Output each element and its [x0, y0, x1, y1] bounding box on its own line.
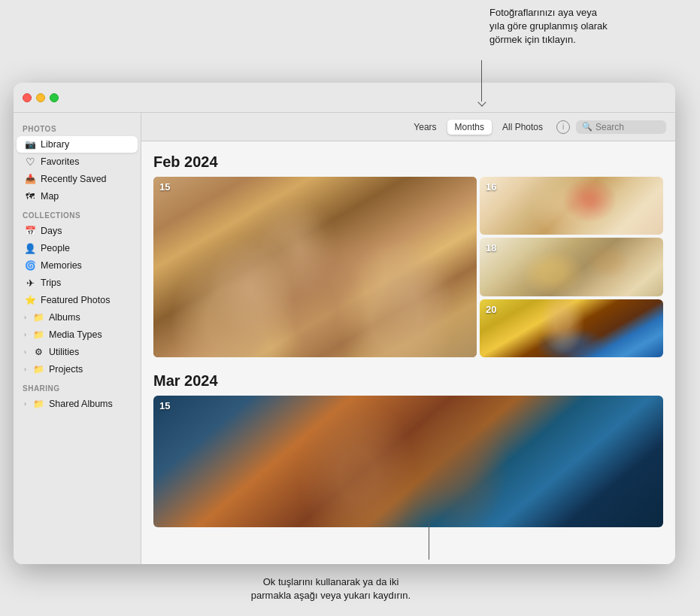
shared-albums-chevron-icon: › [24, 400, 26, 408]
sidebar-label-favorites: Favorites [41, 156, 79, 167]
media-types-icon: 📁 [32, 329, 44, 341]
search-input[interactable] [595, 122, 659, 132]
person-image [480, 299, 663, 357]
years-button[interactable]: Years [406, 120, 444, 135]
info-icon: i [562, 123, 564, 131]
close-button[interactable] [23, 93, 32, 102]
months-button[interactable]: Months [447, 120, 492, 135]
callout-bottom-arrow [429, 522, 429, 560]
maximize-button[interactable] [50, 93, 59, 102]
sidebar-label-days: Days [41, 226, 62, 236]
sidebar-label-utilities: Utilities [49, 347, 79, 357]
callout-top-text: Fotoğraflarınızı aya veya yıla göre grup… [489, 6, 655, 47]
curly-hair-image [153, 396, 663, 527]
feb-main-num: 15 [159, 181, 170, 193]
shared-albums-icon: 📁 [32, 398, 44, 410]
sidebar-label-media-types: Media Types [49, 329, 102, 340]
window-body: Photos 📷 Library ♡ Favorites 📥 Recently … [14, 113, 675, 564]
sidebar-item-trips[interactable]: ✈ Trips [17, 275, 138, 291]
sidebar-label-albums: Albums [49, 312, 80, 323]
library-icon: 📷 [24, 138, 36, 150]
feb-side-photos: 16 18 [480, 177, 663, 357]
sidebar-label-projects: Projects [49, 364, 83, 375]
minimize-button[interactable] [36, 93, 45, 102]
month-section-feb2024: Feb 2024 15 [153, 153, 663, 357]
map-icon: 🗺 [24, 190, 36, 202]
sidebar-section-photos: Photos [14, 119, 141, 135]
sidebar-item-memories[interactable]: 🌀 Memories [17, 257, 138, 274]
sidebar-label-map: Map [41, 191, 59, 202]
sidebar-label-trips: Trips [41, 278, 61, 288]
sidebar-item-shared-albums[interactable]: › 📁 Shared Albums [17, 396, 138, 412]
sidebar-item-albums[interactable]: › 📁 Albums [17, 309, 138, 326]
app-window: Photos 📷 Library ♡ Favorites 📥 Recently … [14, 83, 675, 564]
sidebar-label-recently-saved: Recently Saved [41, 174, 107, 184]
utilities-icon: ⚙ [32, 346, 44, 358]
featured-photos-icon: ⭐ [24, 294, 36, 306]
group-selfie-image [153, 177, 477, 357]
search-icon: 🔍 [582, 122, 592, 132]
feb-side-num-2: 18 [486, 242, 496, 253]
utilities-chevron-icon: › [24, 348, 26, 356]
titlebar [14, 83, 675, 113]
sidebar-item-library[interactable]: 📷 Library [17, 136, 138, 153]
favorites-icon: ♡ [24, 156, 36, 168]
days-icon: 📅 [24, 225, 36, 237]
sidebar-label-shared-albums: Shared Albums [49, 399, 113, 409]
people-icon: 👤 [24, 242, 36, 254]
mar-grid: 15 [153, 396, 663, 527]
albums-icon: 📁 [32, 311, 44, 323]
sidebar-section-collections: Collections [14, 205, 141, 222]
sidebar-item-map[interactable]: 🗺 Map [17, 188, 138, 205]
trips-icon: ✈ [24, 277, 36, 289]
sidebar-item-days[interactable]: 📅 Days [17, 223, 138, 239]
photo-area[interactable]: Feb 2024 15 [141, 141, 675, 564]
feb-side-num-3: 20 [486, 304, 496, 315]
albums-chevron-icon: › [24, 314, 26, 321]
toolbar: Years Months All Photos i 🔍 [141, 113, 675, 141]
feb-side-photo-1[interactable]: 16 [480, 177, 663, 235]
food-image [480, 238, 663, 296]
feb-grid: 15 16 [153, 177, 663, 357]
traffic-lights [23, 93, 59, 102]
memories-icon: 🌀 [24, 259, 36, 272]
mar-main-photo[interactable]: 15 [153, 396, 663, 527]
sidebar-item-utilities[interactable]: › ⚙ Utilities [17, 344, 138, 360]
callout-top-arrow [481, 60, 482, 102]
month-label-feb2024: Feb 2024 [153, 153, 663, 171]
sidebar: Photos 📷 Library ♡ Favorites 📥 Recently … [14, 113, 141, 564]
all-photos-button[interactable]: All Photos [495, 120, 550, 135]
feb-side-num-1: 16 [486, 181, 496, 193]
cake-image [480, 177, 663, 235]
sidebar-item-projects[interactable]: › 📁 Projects [17, 361, 138, 378]
sidebar-label-featured-photos: Featured Photos [41, 295, 110, 305]
mar-main-num: 15 [159, 400, 170, 411]
media-types-chevron-icon: › [24, 331, 26, 338]
projects-icon: 📁 [32, 363, 44, 375]
callout-bottom-text: Ok tuşlarını kullanarak ya da iki parmak… [226, 575, 436, 602]
sidebar-item-favorites[interactable]: ♡ Favorites [17, 153, 138, 170]
feb-main-photo[interactable]: 15 [153, 177, 477, 357]
info-button[interactable]: i [556, 120, 570, 134]
recently-saved-icon: 📥 [24, 173, 36, 185]
sidebar-label-people: People [41, 243, 70, 253]
month-section-mar2024: Mar 2024 15 [153, 372, 663, 527]
sidebar-item-featured-photos[interactable]: ⭐ Featured Photos [17, 292, 138, 308]
projects-chevron-icon: › [24, 366, 26, 373]
sidebar-label-memories: Memories [41, 260, 82, 271]
sidebar-section-sharing: Sharing [14, 378, 141, 395]
main-content: Years Months All Photos i 🔍 Feb 2024 [141, 113, 675, 564]
feb-side-photo-2[interactable]: 18 [480, 238, 663, 296]
sidebar-item-media-types[interactable]: › 📁 Media Types [17, 326, 138, 343]
sidebar-item-people[interactable]: 👤 People [17, 240, 138, 256]
month-label-mar2024: Mar 2024 [153, 372, 663, 390]
search-box[interactable]: 🔍 [576, 120, 666, 134]
feb-side-photo-3[interactable]: 20 [480, 299, 663, 357]
sidebar-label-library: Library [41, 139, 69, 150]
sidebar-item-recently-saved[interactable]: 📥 Recently Saved [17, 171, 138, 187]
